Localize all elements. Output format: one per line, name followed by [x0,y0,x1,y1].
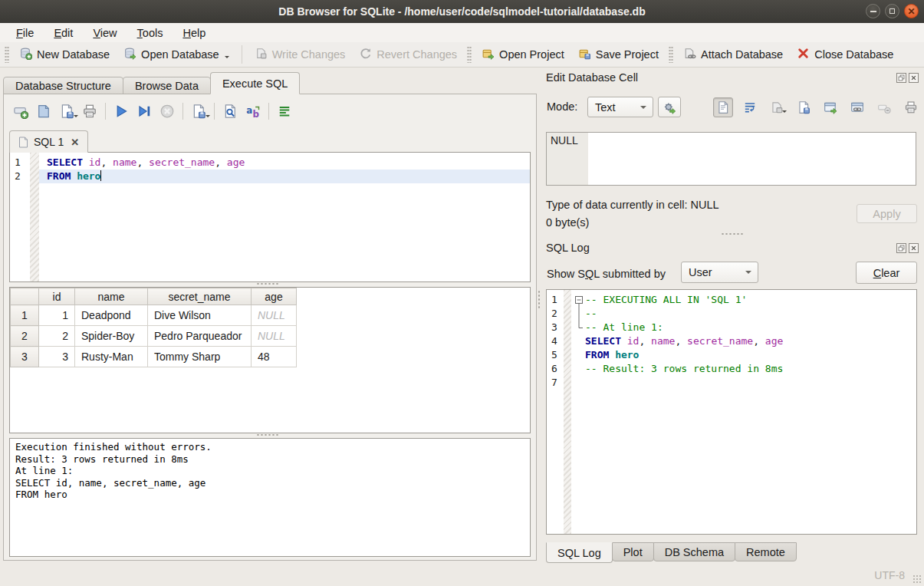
menu-edit[interactable]: Edit [44,25,83,41]
tab-sql-1[interactable]: SQL 1 ✕ [9,130,88,153]
tab-browse-data[interactable]: Browse Data [123,77,211,94]
print-icon [904,100,918,114]
results-message-splitter[interactable] [256,433,279,437]
sql-editor[interactable]: 1SELECT id, name, secret_name, age2FROM … [9,152,531,282]
close-tab-icon[interactable]: ✕ [71,137,79,148]
minimize-button[interactable] [866,4,880,18]
replace-icon: ab [245,104,261,119]
float-icon[interactable] [896,73,906,83]
tab-remote[interactable]: Remote [735,542,797,561]
mode-select[interactable]: Text [587,97,653,117]
execute-all-button[interactable] [110,101,133,122]
sql-log-dock-buttons [896,243,919,253]
results-grid[interactable]: idnamesecret_nameage11DeadpondDive Wilso… [9,287,531,433]
new-database-button[interactable]: New Database [12,44,117,65]
cell[interactable]: 48 [252,347,297,367]
menu-help[interactable]: Help [173,25,215,41]
float-icon[interactable] [896,243,906,253]
close-button[interactable]: ✕ [904,4,919,18]
close-icon[interactable] [909,243,919,253]
dock-splitter[interactable] [721,232,744,236]
column-header-id[interactable]: id [39,288,75,305]
set-null-button[interactable] [874,97,894,117]
cell[interactable]: NULL [252,305,297,326]
cell[interactable]: Dive Wilson [148,305,252,326]
export-data-button[interactable] [794,97,814,117]
code-text: -- Result: 3 rows returned in 8ms [585,363,783,374]
tab-database-structure[interactable]: Database Structure [3,77,123,94]
fold-marker-icon[interactable] [573,293,585,307]
cell[interactable]: Spider-Boy [75,326,148,347]
format-button[interactable] [273,101,296,122]
copy-link-button[interactable] [847,97,867,117]
attach-database-button[interactable]: Attach Database [676,44,790,65]
log-line: 4SELECT id, name, secret_name, age [547,334,916,348]
replace-button[interactable]: ab [242,101,265,122]
maximize-icon [889,8,895,14]
toolbar-separator [182,103,183,120]
apply-settings-button[interactable] [658,97,681,117]
open-database-button[interactable]: Open Database [117,44,236,65]
print-button[interactable] [901,97,921,117]
tab-sql-log[interactable]: SQL Log [546,542,613,563]
code-text: FROM hero [585,349,639,360]
column-header-name[interactable]: name [75,288,148,305]
row-header[interactable]: 3 [11,347,39,367]
menu-file[interactable]: File [6,25,44,41]
clear-button[interactable]: Clear [856,262,917,284]
cell[interactable]: 3 [39,347,75,367]
submitted-by-select[interactable]: User [681,262,758,283]
cell[interactable]: 1 [39,305,75,326]
attach-database-icon [683,47,696,62]
row-header[interactable]: 2 [11,326,39,347]
close-database-button[interactable]: Close Database [790,44,900,65]
set-null-icon [877,100,891,114]
print-button[interactable] [78,101,101,122]
word-wrap-button[interactable] [740,97,760,117]
resize-grip[interactable] [912,574,922,584]
stop-button[interactable] [156,101,179,122]
write-changes-button[interactable]: Write Changes [248,44,353,65]
cell[interactable]: 2 [39,326,75,347]
save-project-icon [578,47,591,62]
save-results-button[interactable] [187,101,210,122]
token: SELECT [47,156,83,168]
tab-execute-sql[interactable]: Execute SQL [210,72,300,94]
close-icon[interactable] [909,73,919,83]
new-tab-button[interactable] [9,101,32,122]
cell[interactable]: Rusty-Man [75,347,148,367]
open-external-button[interactable] [820,97,840,117]
cell[interactable]: NULL [252,326,297,347]
cell[interactable]: Tommy Sharp [148,347,252,367]
tab-plot[interactable]: Plot [612,542,654,561]
revert-changes-button[interactable]: Revert Changes [352,44,464,65]
toolbar-label: Open Database [141,48,219,61]
import-data-button[interactable] [767,97,787,117]
titlebar[interactable]: DB Browser for SQLite - /home/user/code/… [0,0,924,24]
open-project-button[interactable]: Open Project [475,44,571,65]
cell-value-editor[interactable]: NULL [546,132,916,186]
text-doc-button[interactable] [713,97,733,117]
open-sql-file-button[interactable] [32,101,55,122]
editor-results-splitter[interactable] [256,282,279,286]
column-header-age[interactable]: age [252,288,297,305]
cell[interactable]: Deadpond [75,305,148,326]
row-header[interactable]: 1 [11,305,39,326]
menu-tools[interactable]: Tools [127,25,173,41]
execute-line-button[interactable] [133,101,156,122]
tab-db-schema[interactable]: DB Schema [653,542,735,561]
token: -- Result: 3 rows returned in 8ms [585,363,783,374]
find-button[interactable] [219,101,242,122]
corner-header[interactable] [11,288,39,305]
save-sql-file-button[interactable] [55,101,78,122]
cell[interactable]: Pedro Parqueador [148,326,252,347]
toolbar-handle [467,46,472,63]
apply-button[interactable]: Apply [857,204,917,223]
token: -- EXECUTING ALL IN 'SQL 1' [585,294,747,305]
menu-view[interactable]: View [83,25,127,41]
save-project-button[interactable]: Save Project [571,44,666,65]
maximize-button[interactable] [885,4,899,18]
sql-log-view[interactable]: 1-- EXECUTING ALL IN 'SQL 1'2--3-- At li… [546,289,917,535]
column-header-secret_name[interactable]: secret_name [148,288,252,305]
panel-splitter[interactable] [538,290,541,310]
